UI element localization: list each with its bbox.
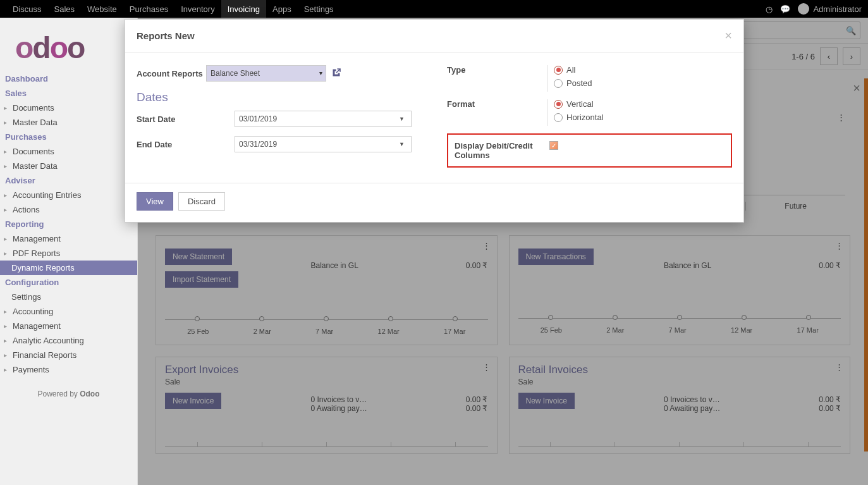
display-debit-credit-checkbox[interactable]: ✓ bbox=[549, 141, 558, 150]
sidebar-footer: Powered by Odoo bbox=[0, 390, 137, 398]
avatar bbox=[798, 3, 809, 15]
account-reports-label: Account Reports bbox=[137, 69, 206, 78]
start-date-input[interactable]: 03/01/2019 ▼ bbox=[235, 111, 422, 127]
sidebar-item-accounting-entries[interactable]: Accounting Entries bbox=[0, 188, 137, 202]
close-icon[interactable]: × bbox=[724, 28, 732, 43]
sidebar-section-adviser[interactable]: Adviser bbox=[0, 173, 137, 188]
format-horizontal-radio[interactable]: Horizontal bbox=[554, 113, 604, 122]
display-debit-credit-label: Display Debit/Credit Columns bbox=[455, 141, 549, 160]
chevron-down-icon: ▼ bbox=[399, 116, 405, 122]
sidebar-section-purchases[interactable]: Purchases bbox=[0, 130, 137, 144]
sidebar-item-management[interactable]: Management bbox=[0, 231, 137, 246]
external-link-icon[interactable] bbox=[331, 68, 341, 80]
start-date-label: Start Date bbox=[137, 114, 235, 124]
end-date-input[interactable]: 03/31/2019 ▼ bbox=[235, 136, 422, 152]
sidebar-section-reporting[interactable]: Reporting bbox=[0, 217, 137, 231]
reports-new-modal: Reports New × Account Reports Balance Sh… bbox=[125, 19, 744, 223]
sidebar-item-master-data[interactable]: Master Data bbox=[0, 115, 137, 130]
modal-title: Reports New bbox=[137, 30, 195, 41]
sidebar-section-sales[interactable]: Sales bbox=[0, 86, 137, 101]
sidebar-item-master-data-2[interactable]: Master Data bbox=[0, 159, 137, 173]
sidebar-item-payments[interactable]: Payments bbox=[0, 362, 137, 377]
nav-sales[interactable]: Sales bbox=[48, 0, 82, 18]
dates-heading: Dates bbox=[137, 90, 422, 104]
discard-button[interactable]: Discard bbox=[178, 192, 225, 211]
account-reports-value: Balance Sheet bbox=[206, 65, 326, 82]
nav-apps[interactable]: Apps bbox=[266, 0, 298, 18]
type-all-radio[interactable]: All bbox=[554, 65, 592, 75]
left-sidebar: odoo Dashboard Sales Documents Master Da… bbox=[0, 18, 138, 485]
format-label: Format bbox=[447, 99, 545, 109]
display-debit-credit-highlight: Display Debit/Credit Columns ✓ bbox=[447, 133, 732, 168]
nav-inventory[interactable]: Inventory bbox=[174, 0, 221, 18]
nav-settings[interactable]: Settings bbox=[298, 0, 340, 18]
top-navbar: Discuss Sales Website Purchases Inventor… bbox=[0, 0, 868, 18]
nav-invoicing[interactable]: Invoicing bbox=[221, 0, 266, 18]
sidebar-section-configuration[interactable]: Configuration bbox=[0, 275, 137, 290]
odoo-logo: odoo bbox=[0, 18, 137, 71]
sidebar-item-documents-2[interactable]: Documents bbox=[0, 144, 137, 159]
sidebar-item-dynamic-reports[interactable]: Dynamic Reports bbox=[0, 261, 137, 275]
sidebar-item-management-2[interactable]: Management bbox=[0, 319, 137, 333]
user-menu[interactable]: Administrator bbox=[798, 3, 862, 15]
sidebar-item-pdf-reports[interactable]: PDF Reports bbox=[0, 246, 137, 261]
end-date-label: End Date bbox=[137, 140, 235, 149]
chevron-down-icon: ▼ bbox=[399, 141, 405, 147]
user-name: Administrator bbox=[813, 4, 862, 14]
chevron-down-icon: ▾ bbox=[319, 70, 322, 77]
sidebar-item-accounting[interactable]: Accounting bbox=[0, 304, 137, 319]
nav-discuss[interactable]: Discuss bbox=[6, 0, 48, 18]
sidebar-item-actions[interactable]: Actions bbox=[0, 202, 137, 217]
type-posted-radio[interactable]: Posted bbox=[554, 78, 592, 88]
sidebar-item-documents[interactable]: Documents bbox=[0, 101, 137, 115]
nav-website[interactable]: Website bbox=[81, 0, 123, 18]
sidebar-item-settings[interactable]: Settings bbox=[0, 290, 137, 304]
chat-icon[interactable]: 💬 bbox=[780, 4, 790, 14]
view-button[interactable]: View bbox=[137, 192, 173, 211]
type-label: Type bbox=[447, 65, 545, 75]
clock-icon[interactable]: ◷ bbox=[766, 4, 773, 14]
sidebar-section-dashboard[interactable]: Dashboard bbox=[0, 71, 137, 86]
sidebar-item-financial-reports[interactable]: Financial Reports bbox=[0, 348, 137, 362]
format-vertical-radio[interactable]: Vertical bbox=[554, 99, 604, 109]
account-reports-select[interactable]: Balance Sheet ▾ bbox=[206, 65, 326, 82]
sidebar-item-analytic-accounting[interactable]: Analytic Accounting bbox=[0, 333, 137, 348]
nav-purchases[interactable]: Purchases bbox=[123, 0, 174, 18]
